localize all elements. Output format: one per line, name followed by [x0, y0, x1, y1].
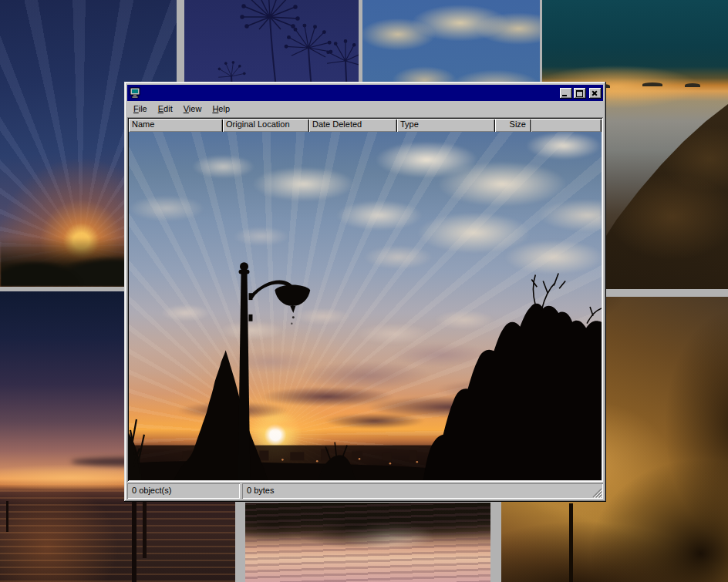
- pole-silhouette: [569, 503, 573, 582]
- file-list-frame: Name Original Location Date Deleted Type…: [127, 117, 603, 482]
- wallpaper-photo-water-reflection: [245, 503, 490, 582]
- cypress-tree-silhouette: [174, 350, 268, 480]
- island-silhouette: [642, 82, 662, 86]
- status-objects: 0 object(s): [127, 483, 240, 499]
- status-bytes: 0 bytes: [242, 483, 603, 499]
- minimize-button[interactable]: [560, 88, 572, 99]
- silhouette-layer: [129, 132, 602, 480]
- column-header-original-location[interactable]: Original Location: [223, 119, 309, 132]
- tree-mass-silhouette: [423, 304, 602, 480]
- pole-silhouette: [6, 501, 8, 532]
- column-header-type[interactable]: Type: [397, 119, 495, 132]
- column-header-size[interactable]: Size: [495, 119, 531, 132]
- island-silhouette: [685, 83, 700, 87]
- pole-silhouette: [132, 498, 136, 582]
- maximize-button[interactable]: [574, 88, 586, 99]
- title-bar[interactable]: [127, 85, 603, 101]
- column-header-filler: [531, 119, 602, 132]
- water-ripples: [245, 503, 490, 582]
- menu-bar: File Edit View Help: [127, 102, 603, 116]
- menu-file[interactable]: File: [128, 103, 153, 116]
- computer-icon: [130, 87, 142, 99]
- close-button[interactable]: [589, 88, 602, 99]
- resize-grip-icon[interactable]: [592, 488, 602, 498]
- pole-silhouette: [143, 500, 147, 558]
- column-header-date-deleted[interactable]: Date Deleted: [309, 119, 397, 132]
- column-header-row: Name Original Location Date Deleted Type…: [129, 119, 602, 132]
- menu-edit[interactable]: Edit: [153, 103, 178, 116]
- recycle-bin-window: File Edit View Help Name Original Locati…: [124, 82, 606, 502]
- menu-help[interactable]: Help: [207, 103, 235, 116]
- column-header-name[interactable]: Name: [129, 119, 223, 132]
- file-list-viewport[interactable]: [129, 132, 602, 480]
- desktop: { "desktop": { "wallpaper_description": …: [0, 0, 728, 582]
- status-bar: 0 object(s) 0 bytes: [127, 483, 603, 499]
- menu-view[interactable]: View: [178, 103, 207, 116]
